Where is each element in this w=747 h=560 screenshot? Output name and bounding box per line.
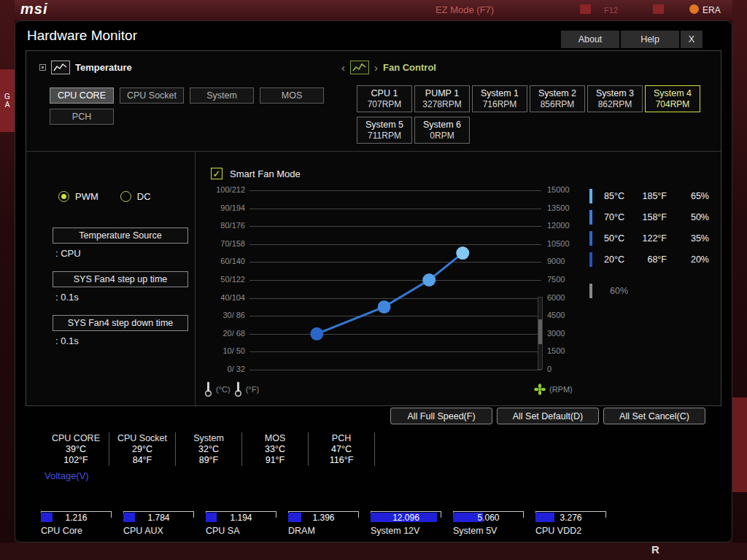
voltage-meters: 1.216CPU Core1.784CPU AUX1.194CPU SA1.39… bbox=[41, 511, 606, 536]
fan-name: System 3 bbox=[596, 88, 634, 99]
fan-button-system-6[interactable]: System 60RPM bbox=[414, 117, 470, 144]
duty-percent: 65% bbox=[676, 191, 709, 201]
left-axis-tick: 30/ 86 bbox=[222, 311, 245, 319]
pwm-radio-dot bbox=[61, 194, 66, 199]
current-duty-value: 60% bbox=[610, 286, 628, 296]
tab-system[interactable]: System bbox=[190, 88, 254, 104]
action-buttons: All Full Speed(F)All Set Default(D)All S… bbox=[390, 408, 705, 424]
voltage-meter-cpu-core: 1.216CPU Core bbox=[41, 511, 112, 536]
voltage-name: DRAM bbox=[288, 526, 359, 536]
fan-button-pump-1[interactable]: PUMP 13278RPM bbox=[414, 85, 470, 112]
fan-button-system-2[interactable]: System 2856RPM bbox=[530, 85, 585, 112]
rpm-unit-label: (RPM) bbox=[549, 385, 573, 394]
temperature-chart-icon bbox=[51, 61, 70, 74]
left-axis-tick: 70/158 bbox=[220, 239, 245, 248]
fan-curve-point-2[interactable] bbox=[378, 300, 391, 314]
right-axis-tick: 7500 bbox=[547, 275, 565, 284]
all-set-cancel-c-button[interactable]: All Set Cancel(C) bbox=[603, 408, 705, 424]
fan-mode-radios: PWM DC bbox=[58, 191, 151, 202]
tab-mos[interactable]: MOS bbox=[260, 88, 324, 104]
fan-button-system-1[interactable]: System 1716RPM bbox=[472, 85, 527, 112]
temperature-source-button[interactable]: Temperature Source bbox=[53, 228, 188, 244]
bios-right-accent bbox=[732, 397, 747, 492]
status-label: PCH bbox=[309, 433, 374, 444]
voltage-meter-cpu-vdd2: 3.276CPU VDD2 bbox=[535, 511, 606, 536]
status-label: MOS bbox=[242, 433, 308, 444]
left-axis-tick: 90/194 bbox=[220, 203, 245, 212]
duty-row-4: 20°C68°F20% bbox=[589, 249, 713, 270]
smart-fan-checkbox[interactable]: ✓ bbox=[211, 168, 222, 179]
all-full-speed-f-button[interactable]: All Full Speed(F) bbox=[390, 408, 492, 424]
close-button[interactable]: X bbox=[681, 31, 703, 48]
fan-curve-point-3[interactable] bbox=[422, 273, 436, 287]
fan-curve-svg[interactable] bbox=[249, 190, 541, 370]
next-section-arrow[interactable]: › bbox=[374, 61, 378, 74]
left-axis-tick: 100/212 bbox=[216, 185, 245, 194]
help-button[interactable]: Help bbox=[621, 31, 679, 48]
chart-left-axis: 100/21290/19480/17670/15860/14050/12240/… bbox=[193, 190, 245, 370]
fan-button-system-4[interactable]: System 4704RPM bbox=[645, 85, 700, 112]
fan-rpm: 716RPM bbox=[483, 99, 517, 110]
voltage-meter-dram: 1.396DRAM bbox=[288, 511, 359, 536]
right-axis-tick: 0 bbox=[547, 365, 551, 373]
fan-buttons-row1: CPU 1707RPMPUMP 13278RPMSystem 1716RPMSy… bbox=[357, 85, 700, 112]
right-axis-tick: 4500 bbox=[547, 311, 565, 319]
status-temperature-strip: CPU CORE39°C102°FCPU Socket29°C84°FSyste… bbox=[43, 432, 375, 466]
status-cpu-socket: CPU Socket29°C84°F bbox=[109, 432, 176, 466]
status-celsius: 39°C bbox=[43, 444, 109, 455]
temperature-section-title: Temperature bbox=[75, 62, 132, 73]
collapse-icon[interactable] bbox=[39, 64, 46, 71]
prev-section-arrow[interactable]: ‹ bbox=[341, 61, 345, 74]
window-title: Hardware Monitor bbox=[27, 28, 137, 44]
ez-mode-button[interactable]: EZ Mode (F7) bbox=[436, 4, 494, 15]
fan-curve-point-1[interactable] bbox=[310, 327, 323, 341]
fan-rpm: 711RPM bbox=[368, 131, 401, 141]
fan-control-section-title: Fan Control bbox=[383, 62, 436, 73]
fan-rpm: 0RPM bbox=[430, 131, 454, 141]
step-up-time-button[interactable]: SYS Fan4 step up time bbox=[53, 271, 188, 287]
duty-row-3: 50°C122°F35% bbox=[589, 228, 713, 249]
voltage-bar: 12.096 bbox=[371, 511, 441, 523]
fan-button-system-3[interactable]: System 3862RPM bbox=[587, 85, 643, 112]
duty-percent: 50% bbox=[676, 212, 709, 222]
fan-curve-chart bbox=[249, 190, 541, 370]
dc-radio[interactable] bbox=[120, 191, 131, 202]
duty-fahrenheit: 185°F bbox=[630, 191, 667, 201]
fan-button-system-5[interactable]: System 5711RPM bbox=[357, 117, 412, 144]
tab-pch[interactable]: PCH bbox=[50, 109, 114, 125]
tab-cpu-core[interactable]: CPU CORE bbox=[50, 88, 114, 104]
voltage-meter-cpu-aux: 1.784CPU AUX bbox=[123, 511, 194, 536]
bios-top-bar: msi EZ Mode (F7) F12 ERA bbox=[0, 0, 747, 20]
fan-name: System 2 bbox=[538, 88, 576, 99]
voltage-value: 3.276 bbox=[535, 512, 606, 524]
voltage-meter-system-12v: 12.096System 12V bbox=[371, 511, 441, 536]
voltage-bar: 1.784 bbox=[123, 511, 194, 523]
fan-icon bbox=[534, 384, 546, 395]
bios-bottom-edge bbox=[0, 542, 747, 560]
step-down-time-button[interactable]: SYS Fan4 step down time bbox=[53, 315, 188, 331]
voltage-value: 5.060 bbox=[453, 512, 524, 524]
voltage-section-title: Voltage(V) bbox=[44, 470, 89, 481]
fan-control-icon bbox=[350, 61, 369, 74]
tab-cpu-socket[interactable]: CPU Socket bbox=[120, 88, 184, 104]
status-label: CPU Socket bbox=[109, 433, 175, 444]
fan-name: System 4 bbox=[654, 88, 692, 99]
fan-curve-point-4[interactable] bbox=[456, 246, 469, 260]
voltage-value: 1.396 bbox=[288, 512, 359, 524]
all-set-default-d-button[interactable]: All Set Default(D) bbox=[497, 408, 599, 424]
right-axis-tick: 6000 bbox=[547, 293, 565, 302]
pwm-radio[interactable] bbox=[58, 191, 69, 202]
temperature-section-header: Temperature bbox=[39, 60, 132, 74]
fan-name: System 5 bbox=[365, 119, 403, 131]
hardware-monitor-window: Hardware Monitor About Help X Temperatur… bbox=[15, 20, 732, 542]
about-button[interactable]: About bbox=[561, 31, 619, 48]
duty-fahrenheit: 122°F bbox=[630, 233, 667, 244]
temperature-tabs-row1: CPU CORECPU SocketSystemMOS bbox=[50, 88, 324, 104]
voltage-value: 1.194 bbox=[206, 512, 276, 524]
voltage-meter-cpu-sa: 1.194CPU SA bbox=[206, 511, 276, 536]
fan-control-section-header: ‹ › Fan Control bbox=[341, 60, 436, 74]
left-axis-tick: 40/104 bbox=[220, 293, 245, 302]
voltage-bar: 3.276 bbox=[535, 511, 606, 523]
fan-button-cpu-1[interactable]: CPU 1707RPM bbox=[357, 85, 412, 112]
screenshot-icon bbox=[580, 4, 591, 14]
